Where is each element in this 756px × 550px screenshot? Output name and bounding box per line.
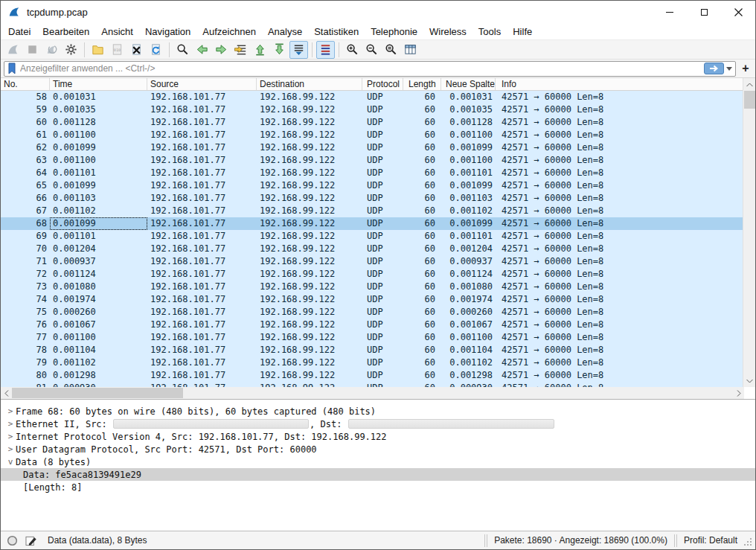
detail-line-5[interactable]: Data: fe5aca8139491e29	[1, 468, 755, 481]
close-icon	[734, 8, 743, 16]
packet-row-67[interactable]: 670.001102192.168.101.77192.168.99.122UD…	[1, 205, 744, 217]
packet-row-74[interactable]: 740.001974192.168.101.77192.168.99.122UD…	[1, 293, 744, 306]
auto-scroll-button[interactable]	[289, 41, 308, 59]
expand-chevron-icon[interactable]: >	[5, 406, 16, 416]
horizontal-scrollbar[interactable]	[1, 387, 744, 399]
collapse-chevron-icon[interactable]: v	[5, 457, 16, 467]
column-header-protocol[interactable]: Protocol	[362, 78, 403, 90]
packet-row-79[interactable]: 790.001102192.168.101.77192.168.99.122UD…	[1, 356, 744, 369]
packet-row-58[interactable]: 580.001031192.168.101.77192.168.99.122UD…	[1, 91, 744, 103]
scroll-down-arrow-icon[interactable]	[743, 375, 755, 386]
zoom-in-button[interactable]	[343, 41, 362, 59]
menu-ansicht[interactable]: Ansicht	[95, 25, 139, 39]
menu-analyse[interactable]: Analyse	[262, 25, 308, 39]
vertical-scrollbar[interactable]	[743, 78, 755, 387]
go-back-button[interactable]	[193, 41, 211, 59]
close-button[interactable]	[721, 1, 755, 23]
packet-row-75[interactable]: 750.000260192.168.101.77192.168.99.122UD…	[1, 306, 744, 319]
zoom-out-button[interactable]	[362, 41, 381, 59]
go-first-packet-button[interactable]	[251, 41, 269, 59]
resize-grip[interactable]	[743, 537, 754, 548]
cell-length: 60	[403, 344, 441, 356]
minimize-button[interactable]	[653, 1, 687, 23]
packet-row-63[interactable]: 630.001100192.168.101.77192.168.99.122UD…	[1, 154, 744, 167]
expand-chevron-icon[interactable]: >	[5, 432, 16, 441]
bookmark-icon[interactable]	[7, 63, 16, 74]
cell-neue-spalte: 0.001102	[441, 205, 496, 217]
packet-row-77[interactable]: 770.001100192.168.101.77192.168.99.122UD…	[1, 331, 744, 344]
menu-bearbeiten[interactable]: Bearbeiten	[36, 25, 95, 39]
scroll-up-arrow-icon[interactable]	[743, 79, 755, 90]
column-header-destination[interactable]: Destination	[257, 78, 362, 90]
packet-row-72[interactable]: 720.001124192.168.101.77192.168.99.122UD…	[1, 268, 744, 281]
cell-length: 60	[403, 167, 441, 179]
cell-destination: 192.168.99.122	[257, 141, 362, 154]
open-file-button[interactable]	[89, 41, 107, 59]
display-filter-input[interactable]	[20, 63, 704, 75]
capture-comment-icon[interactable]	[25, 535, 37, 546]
column-header-time[interactable]: Time	[50, 78, 147, 90]
menu-navigation[interactable]: Navigation	[139, 25, 196, 39]
detail-line-0[interactable]: >Frame 68: 60 bytes on wire (480 bits), …	[1, 405, 755, 418]
packet-row-59[interactable]: 590.001035192.168.101.77192.168.99.122UD…	[1, 103, 744, 116]
packet-row-68[interactable]: 680.001099192.168.101.77192.168.99.122UD…	[1, 217, 744, 230]
column-header-source[interactable]: Source	[147, 78, 257, 90]
vertical-scroll-thumb[interactable]	[744, 91, 755, 109]
horizontal-scroll-thumb[interactable]	[12, 388, 183, 398]
packet-row-69[interactable]: 690.001101192.168.101.77192.168.99.122UD…	[1, 230, 744, 243]
cell-info: 42571 → 60000 Len=8	[496, 382, 744, 387]
capture-options-button[interactable]	[62, 41, 80, 59]
menu-datei[interactable]: Datei	[2, 25, 36, 39]
find-packet-button[interactable]	[173, 41, 192, 59]
maximize-icon	[701, 9, 708, 16]
column-header-no[interactable]: No.	[1, 78, 50, 90]
go-to-packet-button[interactable]	[231, 41, 250, 59]
menu-statistiken[interactable]: Statistiken	[308, 25, 365, 39]
zoom-original-button[interactable]	[382, 41, 400, 59]
apply-filter-button[interactable]	[704, 63, 724, 74]
menu-hilfe[interactable]: Hilfe	[507, 25, 538, 39]
menu-telephonie[interactable]: Telephonie	[365, 25, 423, 39]
expert-info-icon[interactable]	[7, 535, 18, 546]
expand-chevron-icon[interactable]: >	[5, 419, 16, 429]
add-filter-button[interactable]: +	[739, 62, 752, 75]
expand-chevron-icon[interactable]: >	[5, 444, 16, 454]
filter-dropdown-caret-icon[interactable]	[726, 67, 732, 71]
detail-line-3[interactable]: >User Datagram Protocol, Src Port: 42571…	[1, 443, 755, 455]
detail-line-1[interactable]: >Ethernet II, Src: , Dst:	[1, 418, 755, 430]
packet-row-78[interactable]: 780.001104192.168.101.77192.168.99.122UD…	[1, 344, 744, 356]
packet-row-80[interactable]: 800.001298192.168.101.77192.168.99.122UD…	[1, 369, 744, 382]
packet-row-71[interactable]: 710.000937192.168.101.77192.168.99.122UD…	[1, 255, 744, 268]
packet-row-65[interactable]: 650.001099192.168.101.77192.168.99.122UD…	[1, 179, 744, 192]
packet-row-70[interactable]: 700.001204192.168.101.77192.168.99.122UD…	[1, 243, 744, 255]
packet-row-62[interactable]: 620.001099192.168.101.77192.168.99.122UD…	[1, 141, 744, 154]
column-header-length[interactable]: Length	[403, 78, 441, 90]
packet-row-81[interactable]: 810.000930192.168.101.77192.168.99.122UD…	[1, 382, 744, 387]
scroll-right-arrow-icon[interactable]	[733, 387, 744, 399]
packet-row-66[interactable]: 660.001103192.168.101.77192.168.99.122UD…	[1, 192, 744, 205]
go-last-packet-button[interactable]	[270, 41, 289, 59]
detail-line-6[interactable]: [Length: 8]	[1, 481, 755, 493]
packet-row-60[interactable]: 600.001128192.168.101.77192.168.99.122UD…	[1, 116, 744, 129]
status-profile[interactable]: Profil: Default	[684, 535, 737, 546]
cell-length: 60	[403, 129, 441, 141]
column-header-info[interactable]: Info	[496, 78, 744, 90]
maximize-button[interactable]	[687, 1, 721, 23]
detail-line-4[interactable]: vData (8 bytes)	[1, 455, 755, 468]
reload-file-button[interactable]	[147, 41, 165, 59]
packet-row-64[interactable]: 640.001101192.168.101.77192.168.99.122UD…	[1, 167, 744, 179]
menu-aufzeichnen[interactable]: Aufzeichnen	[196, 25, 262, 39]
colorize-packets-button[interactable]	[316, 41, 335, 59]
menu-wireless[interactable]: Wireless	[423, 25, 472, 39]
resize-columns-button[interactable]	[401, 41, 420, 59]
menu-tools[interactable]: Tools	[472, 25, 507, 39]
cell-source: 192.168.101.77	[147, 217, 257, 230]
detail-line-2[interactable]: >Internet Protocol Version 4, Src: 192.1…	[1, 430, 755, 443]
close-file-button[interactable]	[127, 41, 146, 59]
packet-row-73[interactable]: 730.001080192.168.101.77192.168.99.122UD…	[1, 281, 744, 293]
go-forward-button[interactable]	[212, 41, 231, 59]
column-header-neue-spalte[interactable]: Neue Spalte	[441, 78, 496, 90]
scroll-left-arrow-icon[interactable]	[1, 387, 12, 399]
packet-row-76[interactable]: 760.001067192.168.101.77192.168.99.122UD…	[1, 319, 744, 331]
packet-row-61[interactable]: 610.001100192.168.101.77192.168.99.122UD…	[1, 129, 744, 141]
